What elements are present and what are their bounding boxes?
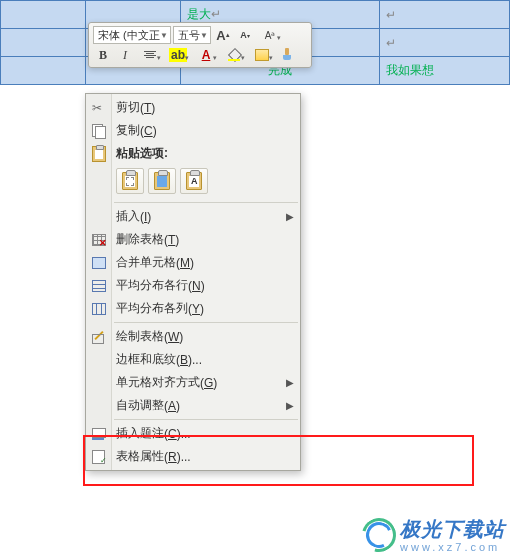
menu-table-properties[interactable]: 表格属性(R)... xyxy=(86,445,300,468)
paste-options-row xyxy=(86,165,300,200)
paste-text-only[interactable] xyxy=(180,168,208,194)
paint-bucket-icon xyxy=(228,49,240,61)
clipboard-icon xyxy=(92,146,106,162)
delete-table-icon xyxy=(92,233,106,247)
font-color-button[interactable]: A xyxy=(193,46,219,64)
bold-button[interactable]: B xyxy=(93,46,113,64)
menu-paste-options-label: 粘贴选项: xyxy=(86,142,300,165)
font-size-select[interactable]: 五号▼ xyxy=(173,26,211,44)
menu-borders-shading[interactable]: 边框和底纹(B)... xyxy=(86,348,300,371)
grow-font-button[interactable]: A▴ xyxy=(213,26,233,44)
pencil-table-icon xyxy=(92,330,106,344)
chevron-right-icon: ▶ xyxy=(286,377,294,388)
watermark-text: 极光下载站 xyxy=(400,516,505,543)
paste-keep-source[interactable] xyxy=(116,168,144,194)
merge-cells-icon xyxy=(92,257,106,269)
menu-distribute-rows[interactable]: 平均分布各行(N) xyxy=(86,274,300,297)
shading-button[interactable] xyxy=(221,46,247,64)
watermark: 极光下载站 www.xz7.com xyxy=(362,516,505,553)
menu-cell-alignment[interactable]: 单元格对齐方式(G) ▶ xyxy=(86,371,300,394)
menu-merge-cells[interactable]: 合并单元格(M) xyxy=(86,251,300,274)
watermark-logo-icon xyxy=(362,518,396,552)
distribute-cols-icon xyxy=(92,303,106,315)
italic-button[interactable]: I xyxy=(115,46,135,64)
format-painter-button[interactable] xyxy=(277,46,297,64)
menu-cut[interactable]: 剪切(T) xyxy=(86,96,300,119)
menu-draw-table[interactable]: 绘制表格(W) xyxy=(86,325,300,348)
cell-text: 我如果想 xyxy=(386,63,434,77)
align-center-icon xyxy=(144,50,156,60)
menu-copy[interactable]: 复制(C) xyxy=(86,119,300,142)
font-name-select[interactable]: 宋体 (中文正▼ xyxy=(93,26,171,44)
highlight-button[interactable]: ab xyxy=(165,46,191,64)
cell-text: 是大 xyxy=(187,7,211,21)
context-menu: 剪切(T) 复制(C) 粘贴选项: 插入(I) ▶ 删除表格(T) 合并单元格(… xyxy=(85,93,301,471)
distribute-rows-icon xyxy=(92,280,106,292)
paste-merge-format[interactable] xyxy=(148,168,176,194)
scissors-icon xyxy=(92,101,106,115)
menu-insert-caption[interactable]: 插入题注(C)... xyxy=(86,422,300,445)
watermark-subtext: www.xz7.com xyxy=(400,541,505,553)
align-button[interactable] xyxy=(137,46,163,64)
menu-distribute-cols[interactable]: 平均分布各列(Y) xyxy=(86,297,300,320)
menu-insert[interactable]: 插入(I) ▶ xyxy=(86,205,300,228)
brush-icon xyxy=(281,48,293,62)
copy-icon xyxy=(92,124,106,138)
menu-delete-table[interactable]: 删除表格(T) xyxy=(86,228,300,251)
shrink-font-button[interactable]: A▾ xyxy=(235,26,255,44)
insert-table-button[interactable] xyxy=(249,46,275,64)
properties-icon xyxy=(92,450,106,464)
table-icon xyxy=(255,49,269,61)
change-case-button[interactable]: Aᵃ xyxy=(257,26,283,44)
chevron-right-icon: ▶ xyxy=(286,211,294,222)
mini-toolbar: 宋体 (中文正▼ 五号▼ A▴ A▾ Aᵃ B I ab A xyxy=(88,22,312,68)
caption-icon xyxy=(92,428,106,440)
menu-autofit[interactable]: 自动调整(A) ▶ xyxy=(86,394,300,417)
chevron-right-icon: ▶ xyxy=(286,400,294,411)
